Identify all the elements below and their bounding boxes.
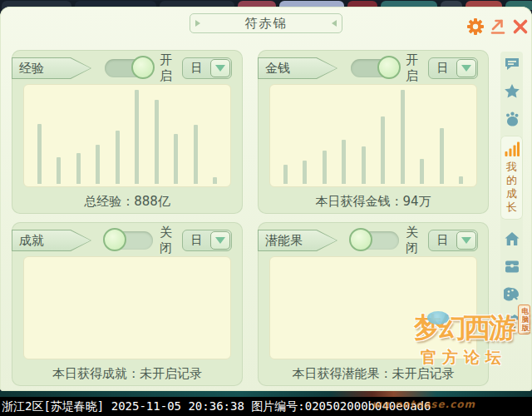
panel-money: 金钱 开启 日 本日获得金钱：94万 — [258, 50, 489, 214]
chart-bar — [381, 116, 385, 184]
sidebar-item-art[interactable] — [504, 285, 520, 302]
panel-header: 成就 关闭 日 — [12, 229, 243, 252]
chevron-down-icon — [215, 237, 225, 244]
panel-label: 成就 — [12, 230, 91, 250]
record-toggle[interactable] — [351, 231, 399, 250]
period-dropdown[interactable]: 日 — [428, 57, 478, 79]
experience-bar-chart — [23, 84, 231, 187]
chest-icon — [504, 258, 520, 275]
panel-header: 金钱 开启 日 — [258, 57, 489, 80]
window-controls — [466, 17, 530, 36]
window-title-box: 符赤锦 — [190, 13, 342, 33]
shirt-icon — [504, 313, 520, 329]
toggle-state-label: 关闭 — [406, 225, 428, 256]
chart-bar — [135, 90, 139, 184]
star-icon — [504, 83, 520, 100]
toggle-knob — [131, 56, 155, 79]
home-icon — [504, 230, 520, 247]
panel-label-tag: 金钱 — [258, 57, 337, 79]
toggle-knob — [103, 228, 126, 251]
record-toggle[interactable] — [105, 231, 153, 250]
record-toggle[interactable] — [105, 59, 153, 77]
panel-label-tag: 经验 — [12, 57, 91, 79]
status-text: 浙江2区[苏堤春晓] 2025-11-05 20:36:38 图片编号:0205… — [2, 399, 431, 413]
close-icon[interactable] — [511, 17, 530, 36]
toggle-state-label: 开启 — [406, 52, 428, 84]
sidebar-item-my-growth[interactable]: 我的成长 — [500, 136, 523, 220]
sidebar-item-favorites[interactable] — [504, 83, 520, 100]
panel-label-tag: 成就 — [12, 230, 91, 251]
paw-icon — [504, 111, 520, 127]
site-watermark: wq.netease.com — [372, 399, 475, 410]
chart-bar — [303, 161, 307, 184]
toggle-state-label: 关闭 — [160, 225, 182, 256]
chart-bar — [76, 153, 81, 184]
sidebar-item-pet[interactable] — [504, 111, 520, 127]
gear-icon[interactable] — [466, 17, 485, 36]
sidebar: 我的成长 — [500, 52, 523, 319]
achievement-bar-chart — [23, 256, 231, 359]
chevron-down-icon — [215, 65, 225, 72]
dropdown-button[interactable] — [210, 59, 230, 77]
dropdown-button[interactable] — [456, 59, 476, 77]
panel-label: 金钱 — [259, 58, 337, 78]
period-dropdown[interactable]: 日 — [428, 230, 478, 251]
period-value: 日 — [429, 61, 456, 76]
panel-experience: 经验 开启 日 总经验：888亿 — [12, 50, 243, 214]
chart-bar — [174, 134, 178, 184]
growth-stats-window: 符赤锦 — [0, 7, 532, 391]
palette-icon — [504, 285, 520, 302]
panel-potential-fruit: 潜能果 关闭 日 本日获得潜能果：未开启记录 — [258, 222, 489, 386]
chart-bar — [37, 124, 42, 184]
panel-label: 潜能果 — [259, 230, 337, 250]
period-value: 日 — [429, 233, 456, 248]
chart-bar — [342, 140, 346, 184]
chat-bubble-icon — [504, 56, 520, 72]
chart-bar — [96, 145, 100, 184]
share-arrow-icon[interactable] — [489, 17, 507, 36]
panel-summary: 本日获得成就：未开启记录 — [12, 366, 243, 382]
toggle-knob — [377, 56, 401, 79]
chevron-down-icon — [461, 237, 471, 244]
panel-summary: 本日获得潜能果：未开启记录 — [258, 366, 489, 382]
character-name-title: 符赤锦 — [200, 16, 332, 32]
panel-header: 潜能果 关闭 日 — [258, 229, 489, 252]
sidebar-item-storage[interactable] — [504, 258, 520, 275]
period-dropdown[interactable]: 日 — [182, 230, 232, 251]
sidebar-item-wardrobe[interactable] — [504, 313, 520, 329]
chart-bar — [57, 157, 61, 184]
sidebar-item-label: 我的成长 — [505, 161, 518, 214]
chart-bar — [323, 151, 327, 184]
potential-fruit-bar-chart — [269, 256, 477, 359]
sidebar-item-home[interactable] — [504, 230, 520, 247]
panel-label-tag: 潜能果 — [258, 230, 337, 251]
chart-bar — [440, 128, 444, 184]
growth-chart-icon — [504, 141, 520, 157]
chart-bar — [213, 177, 217, 184]
panel-summary: 本日获得金钱：94万 — [258, 194, 489, 210]
chart-bar — [401, 90, 405, 184]
chart-bar — [420, 159, 424, 185]
period-dropdown[interactable]: 日 — [182, 57, 232, 79]
dropdown-button[interactable] — [456, 231, 476, 250]
chevron-down-icon — [461, 65, 471, 72]
panel-summary: 总经验：888亿 — [12, 194, 243, 210]
toggle-knob — [349, 228, 372, 251]
money-bar-chart — [269, 84, 477, 187]
chart-bar — [116, 131, 120, 184]
chart-bar — [459, 176, 463, 184]
period-value: 日 — [183, 233, 210, 248]
chart-bar — [194, 125, 198, 184]
record-toggle[interactable] — [351, 59, 399, 77]
period-value: 日 — [183, 61, 210, 76]
next-character-icon[interactable] — [332, 20, 337, 27]
panel-header: 经验 开启 日 — [12, 57, 243, 80]
panel-label: 经验 — [12, 58, 91, 78]
sidebar-item-chat[interactable] — [504, 56, 520, 72]
game-window-bottom-edge — [0, 391, 532, 397]
panel-achievement: 成就 关闭 日 本日获得成就：未开启记录 — [12, 222, 243, 386]
dropdown-button[interactable] — [210, 231, 230, 250]
chart-bar — [155, 100, 159, 184]
toggle-state-label: 开启 — [160, 52, 182, 84]
chart-bar — [362, 146, 366, 184]
